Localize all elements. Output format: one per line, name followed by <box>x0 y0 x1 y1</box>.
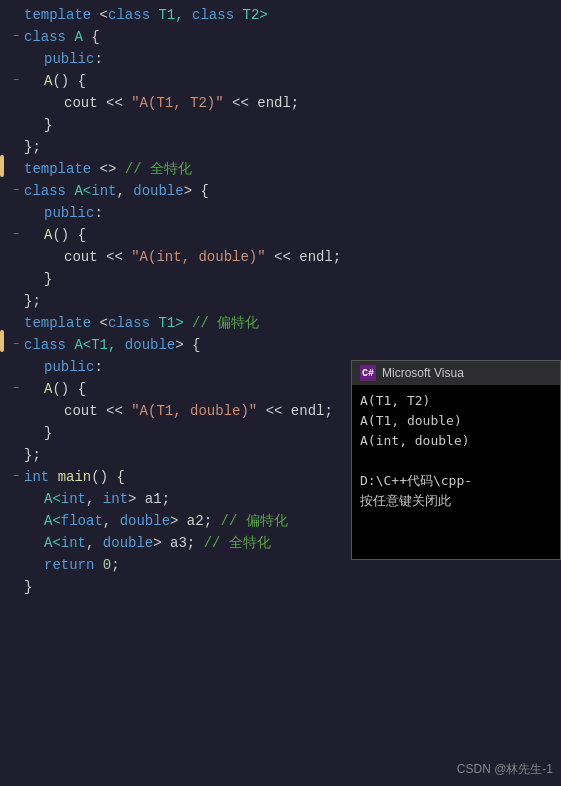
fold-button[interactable]: − <box>8 469 24 485</box>
code-token: class <box>24 183 66 199</box>
code-token: < <box>91 315 108 331</box>
code-token: A<T1, <box>66 337 125 353</box>
code-line: cout << "A(T1, T2)" << endl; <box>8 92 420 114</box>
code-token: < <box>91 7 108 23</box>
code-token: : <box>94 359 102 375</box>
code-token: > { <box>175 337 200 353</box>
code-token: cout <box>64 95 98 111</box>
code-token: ; <box>333 249 341 265</box>
code-token: cout <box>64 403 98 419</box>
fold-button[interactable]: − <box>8 227 24 243</box>
fold-button[interactable]: − <box>8 183 24 199</box>
code-token: double <box>120 513 170 529</box>
code-token: () { <box>52 381 86 397</box>
code-token: A< <box>44 513 61 529</box>
code-token: () { <box>52 73 86 89</box>
code-token: A <box>44 381 52 397</box>
fold-button[interactable]: − <box>8 337 24 353</box>
code-token: , <box>116 183 133 199</box>
code-line: −class A<T1, double> { <box>8 334 420 356</box>
code-token: double <box>103 535 153 551</box>
yellow-indicator-1 <box>0 155 4 177</box>
terminal-line: A(int, double) <box>360 431 552 451</box>
code-token: << <box>98 249 132 265</box>
yellow-indicator-2 <box>0 330 4 352</box>
code-token: } <box>24 579 32 595</box>
fold-button[interactable]: − <box>8 29 24 45</box>
code-token <box>94 557 102 573</box>
code-token: int <box>61 491 86 507</box>
code-token: endl <box>257 95 291 111</box>
code-token: () { <box>52 227 86 243</box>
code-token: A <box>66 29 83 45</box>
code-token: } <box>44 271 52 287</box>
fold-button[interactable]: − <box>8 73 24 89</box>
watermark: CSDN @林先生-1 <box>457 761 553 778</box>
terminal-titlebar: C# Microsoft Visua <box>352 361 560 385</box>
code-token: 0 <box>103 557 111 573</box>
code-token: double <box>125 337 175 353</box>
code-token: () { <box>91 469 125 485</box>
code-token: { <box>83 29 100 45</box>
code-token: int <box>61 535 86 551</box>
code-token: public <box>44 205 94 221</box>
code-token: << <box>257 403 291 419</box>
code-token: int <box>103 491 128 507</box>
code-token: "A(int, double)" <box>131 249 265 265</box>
code-token: , <box>86 535 103 551</box>
code-token: public <box>44 359 94 375</box>
code-token: class <box>192 7 234 23</box>
fold-button[interactable]: − <box>8 381 24 397</box>
code-token: : <box>94 51 102 67</box>
code-token: endl <box>299 249 333 265</box>
code-token: "A(T1, double)" <box>131 403 257 419</box>
code-token: A< <box>44 491 61 507</box>
terminal-line: A(T1, double) <box>360 411 552 431</box>
terminal-line <box>360 451 552 471</box>
code-token: T1, <box>150 7 192 23</box>
terminal-body: A(T1, T2)A(T1, double)A(int, double) D:\… <box>352 385 560 559</box>
code-token: double <box>133 183 183 199</box>
code-token: T1> <box>150 315 192 331</box>
code-token: A <box>44 73 52 89</box>
code-token: << <box>266 249 300 265</box>
code-token: }; <box>24 447 41 463</box>
code-line: −class A { <box>8 26 420 48</box>
code-token: // 全特化 <box>125 160 192 178</box>
code-token: // 偏特化 <box>220 512 287 530</box>
code-line: −A() { <box>8 70 420 92</box>
code-token: ; <box>111 557 119 573</box>
code-token: > a3; <box>153 535 203 551</box>
code-token: // 偏特化 <box>192 314 259 332</box>
code-token: return <box>44 557 94 573</box>
code-token: "A(T1, T2)" <box>131 95 223 111</box>
code-token: <> <box>91 161 125 177</box>
code-token: class <box>108 315 150 331</box>
code-line: template <class T1, class T2> <box>8 4 420 26</box>
code-token: template <box>24 7 91 23</box>
code-token <box>49 469 57 485</box>
terminal-window: C# Microsoft Visua A(T1, T2)A(T1, double… <box>351 360 561 560</box>
terminal-line: A(T1, T2) <box>360 391 552 411</box>
code-line: public: <box>8 202 420 224</box>
code-token: public <box>44 51 94 67</box>
code-token: // 全特化 <box>204 534 271 552</box>
code-token: : <box>94 205 102 221</box>
code-line: public: <box>8 48 420 70</box>
code-token: }; <box>24 139 41 155</box>
code-token: main <box>58 469 92 485</box>
code-line: cout << "A(int, double)" << endl; <box>8 246 420 268</box>
code-token: }; <box>24 293 41 309</box>
terminal-line: 按任意键关闭此 <box>360 491 552 511</box>
code-token: class <box>108 7 150 23</box>
code-token: ; <box>291 95 299 111</box>
code-line: } <box>8 114 420 136</box>
code-token: } <box>44 425 52 441</box>
code-token: class <box>24 29 66 45</box>
code-line: −class A<int, double> { <box>8 180 420 202</box>
terminal-line: D:\C++代码\cpp- <box>360 471 552 491</box>
code-token: , <box>86 491 103 507</box>
code-token: << <box>224 95 258 111</box>
terminal-title: Microsoft Visua <box>382 366 464 380</box>
code-token: } <box>44 117 52 133</box>
